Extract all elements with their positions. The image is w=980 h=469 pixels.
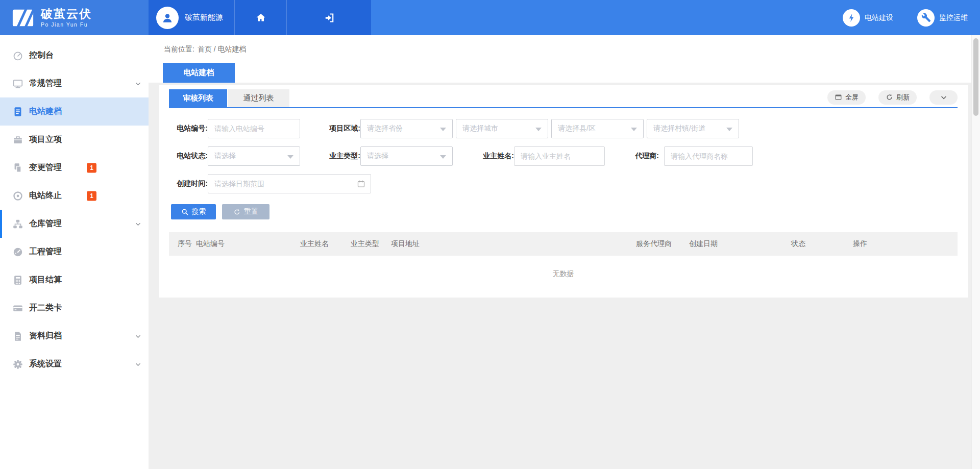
station-no-input[interactable] [208,119,300,138]
brand-title: 破茧云伏 [41,8,92,20]
dropdown-caret-icon [726,128,732,131]
sidebar-item-station-termination[interactable]: 电站终止 1 [0,182,149,210]
sidebar-item-system-settings[interactable]: 系统设置 [0,350,149,378]
station-status-label: 电站状态: [171,152,208,161]
breadcrumb-label: 当前位置: [164,45,194,54]
tab-review-list[interactable]: 审核列表 [169,89,227,107]
nav-station-construction-label: 电站建设 [865,13,893,22]
owner-type-value: 请选择 [367,152,388,161]
breadcrumb: 当前位置: 首页 / 电站建档 [149,35,971,63]
sidebar-item-data-archive[interactable]: 资料归档 [0,322,149,350]
station-status-select[interactable]: 请选择 [208,146,300,166]
reset-button-label: 重置 [244,207,258,216]
table-header-row: 序号 电站编号 业主姓名 业主类型 项目地址 服务代理商 创建日期 状态 操作 [169,232,958,256]
header-right-section: 电站建设 监控运维 [371,0,980,35]
date-range-input[interactable] [208,174,371,193]
sidebar-item-label: 仓库管理 [29,218,62,229]
change-mgmt-badge: 1 [87,163,96,172]
nav-monitoring-ops[interactable]: 监控运维 [917,9,968,27]
sidebar-item-label: 电站建档 [29,106,62,117]
gauge-icon [12,246,23,258]
chevron-down-icon [940,93,948,102]
sidebar-item-label: 常规管理 [29,78,62,89]
app-header: 破茧云伏 Po Jian Yun Fu 破茧新能源 [0,0,980,35]
gear-icon [12,359,23,370]
lightning-icon [843,9,860,27]
county-select-value: 请选择县/区 [558,124,596,133]
active-indicator-bar [0,210,2,238]
logout-icon [323,12,335,24]
brand-subtitle: Po Jian Yun Fu [41,21,92,28]
town-select[interactable]: 请选择村镇/街道 [647,119,739,138]
sidebar-item-warehouse-mgmt[interactable]: 仓库管理 [0,210,149,238]
owner-name-input[interactable] [514,146,605,166]
city-select-value: 请选择城市 [462,124,498,133]
sidebar-item-label: 开二类卡 [29,303,62,313]
chevron-down-icon [134,80,142,87]
col-owner-type: 业主类型 [351,239,391,249]
city-select[interactable]: 请选择城市 [456,119,548,138]
dropdown-caret-icon [287,155,293,159]
refresh-label: 刷新 [896,93,910,102]
scrollbar-thumb[interactable] [973,38,978,116]
fullscreen-icon [835,93,842,101]
sidebar-item-project-initiation[interactable]: 项目立项 [0,126,149,154]
dropdown-caret-icon [535,128,542,131]
refresh-icon [886,93,893,101]
agent-input[interactable] [664,146,753,166]
sidebar-item-type2-card[interactable]: 开二类卡 [0,294,149,322]
search-button[interactable]: 搜索 [171,204,216,219]
reset-button[interactable]: 重置 [222,204,270,219]
sidebar-item-general-mgmt[interactable]: 常规管理 [0,69,149,97]
col-station-no: 电站编号 [196,239,300,249]
refresh-button[interactable]: 刷新 [878,90,917,105]
county-select[interactable]: 请选择县/区 [551,119,644,138]
sidebar-item-station-archive[interactable]: 电站建档 [0,97,149,126]
user-menu[interactable]: 破茧新能源 [149,0,235,35]
sidebar-item-label: 项目结算 [29,275,62,285]
owner-type-select[interactable]: 请选择 [360,146,453,166]
province-select[interactable]: 请选择省份 [360,119,453,138]
col-service-agent: 服务代理商 [636,239,689,249]
sidebar-item-label: 控制台 [29,50,54,61]
nav-station-construction[interactable]: 电站建设 [843,9,893,27]
page-scrollbar[interactable] [971,35,980,469]
col-status: 状态 [791,239,853,249]
sitemap-icon [12,218,23,230]
sidebar-item-project-settlement[interactable]: 项目结算 [0,266,149,294]
sidebar-item-engineering-mgmt[interactable]: 工程管理 [0,238,149,266]
date-range-picker[interactable] [208,174,371,193]
sidebar: 控制台 常规管理 电站建档 [0,35,149,469]
station-no-label: 电站编号: [171,124,208,133]
card-icon [12,303,23,314]
station-termination-badge: 1 [87,191,96,201]
sidebar-item-label: 项目立项 [29,134,62,145]
dropdown-caret-icon [631,128,637,131]
collapse-button[interactable] [929,90,958,105]
agent-label: 代理商: [629,152,664,161]
logout-button[interactable] [287,0,371,35]
reset-icon [233,208,241,216]
page-tab-station-archive[interactable]: 电站建档 [163,63,235,83]
home-icon [255,12,267,24]
user-icon [160,11,175,25]
province-select-value: 请选择省份 [367,124,403,133]
sidebar-item-console[interactable]: 控制台 [0,41,149,69]
breadcrumb-and-tab-bar: 当前位置: 首页 / 电站建档 电站建档 [149,35,971,83]
col-actions: 操作 [853,239,958,249]
tab-passed-list[interactable]: 通过列表 [228,89,289,107]
archive-icon [12,331,23,342]
sidebar-item-change-mgmt[interactable]: 变更管理 1 [0,154,149,182]
fullscreen-button[interactable]: 全屏 [827,90,866,105]
user-name: 破茧新能源 [185,13,223,22]
home-button[interactable] [235,0,287,35]
sidebar-item-label: 系统设置 [29,359,62,369]
wrench-icon [917,9,935,27]
filter-form: 电站编号: 项目区域: 请选择省份 请选择城市 请选择县/区 [159,108,968,193]
create-time-label: 创建时间: [171,179,208,188]
dropdown-caret-icon [440,128,446,131]
header-dark-section: 破茧新能源 [149,0,371,35]
brand-logo: 破茧云伏 Po Jian Yun Fu [0,0,149,35]
nav-monitoring-ops-label: 监控运维 [939,13,968,22]
main-area: 当前位置: 首页 / 电站建档 电站建档 审核列表 通过列表 全屏 [149,35,980,469]
